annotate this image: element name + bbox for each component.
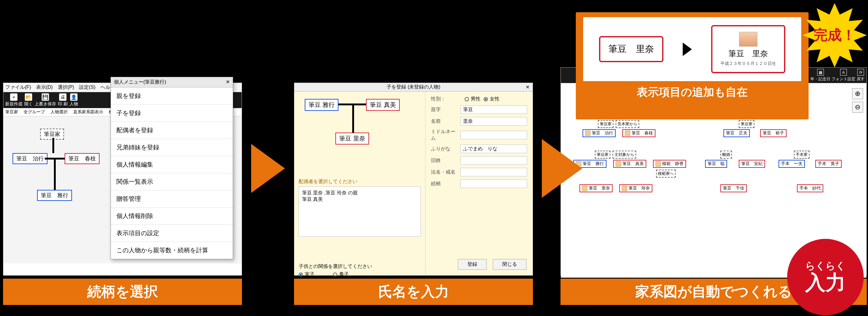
plus-icon: ＋ <box>10 93 18 101</box>
side-tag: 模範家へ <box>656 170 676 178</box>
ctx-count-kinship[interactable]: この人物から親等数・続柄を計算 <box>111 242 233 259</box>
arrow-icon <box>683 42 692 56</box>
mini-father[interactable]: 筆豆 雅行 <box>305 99 338 111</box>
ctx-gifts[interactable]: 贈答管理 <box>111 190 233 208</box>
tbtn-undo[interactable]: ⟳戻す <box>857 69 865 82</box>
spouse-list[interactable]: 筆豆 里奈 ,筆豆 玲奈 の親 筆豆 真美 <box>299 187 421 237</box>
ctx-add-spouse[interactable]: 配偶者を登録 <box>111 122 233 139</box>
famE[interactable]: 手本家 <box>794 151 809 159</box>
tbtn-anniv[interactable]: ▦年・記念日 <box>810 69 830 82</box>
sex-female[interactable]: 女性 <box>484 96 500 102</box>
inp-homyo[interactable] <box>460 168 527 177</box>
mini-mother[interactable]: 筆豆 真美 <box>366 99 400 111</box>
tab-3[interactable]: 直系家系図表示 <box>73 109 103 114</box>
avatar-icon <box>616 161 621 166</box>
person-context-menu: 個人メニュー(筆豆雅行) ✕ 親を登録 子を登録 配偶者を登録 兄弟姉妹を登録 … <box>111 77 233 259</box>
tab-0[interactable]: 筆豆家 <box>5 109 18 114</box>
avatar-icon <box>655 161 661 166</box>
E-m[interactable]: 手本 一夫 <box>779 160 805 168</box>
inp-tsuzuki[interactable] <box>460 180 527 188</box>
famD[interactable]: 離婚 <box>720 151 732 159</box>
menu-view[interactable]: 表示(D) <box>36 85 53 90</box>
lbl-given: 名前 <box>431 118 457 125</box>
spouse-opt-1[interactable]: 筆豆 真美 <box>302 196 417 203</box>
photo-icon <box>739 32 757 46</box>
side-m[interactable]: 模範 静香 <box>653 160 686 168</box>
inp-given[interactable] <box>460 117 527 126</box>
dlg-title: 子を登録 (未登録の人物) <box>386 84 440 90</box>
A-f[interactable]: 筆豆 春枝 <box>622 129 655 137</box>
calendar-icon: ▦ <box>817 69 824 76</box>
D-f[interactable]: 筆豆 安紀 <box>739 160 765 168</box>
menu-file[interactable]: ファイル(F) <box>5 85 31 90</box>
tbtn-print[interactable]: 🖨印 刷 <box>58 93 68 107</box>
lbl-old: 旧姓 <box>431 157 457 164</box>
ctx-close-icon[interactable]: ✕ <box>226 79 230 86</box>
inp-middle[interactable] <box>460 131 527 139</box>
avatar-icon <box>582 186 587 191</box>
menu-setting[interactable]: 設定(S) <box>79 85 95 90</box>
zoom-out-button[interactable]: ⊖ <box>852 102 863 113</box>
btn-register[interactable]: 登録 <box>458 259 487 270</box>
avatar-icon <box>625 130 630 136</box>
ctx-edit[interactable]: 個人情報編集 <box>111 156 233 173</box>
lbl-homyo: 法名・戒名 <box>431 169 457 176</box>
ctx-add-child[interactable]: 子を登録 <box>111 105 233 122</box>
person-icon: 👤 <box>70 93 78 101</box>
ctx-delete[interactable]: 個人情報削除 <box>111 208 233 225</box>
tab-2[interactable]: 人物選択 <box>51 109 68 114</box>
C-f[interactable]: 筆豆 裕子 <box>760 129 786 137</box>
panel-select-relation: ファイル(F) 表示(D) 選択(P) 設定(S) ヘルプ(H) ＋新規作成 📂… <box>3 83 242 276</box>
mother-node[interactable]: 筆豆 春枝 <box>65 153 99 164</box>
sex-male[interactable]: 男性 <box>465 96 480 102</box>
famB[interactable]: 筆豆家 <box>595 151 611 159</box>
dlg-close-icon[interactable]: ✕ <box>526 84 530 90</box>
undo-icon: ⟳ <box>857 69 864 76</box>
E-c[interactable]: 手本 紗代 <box>797 184 823 192</box>
ctx-relations[interactable]: 関係一覧表示 <box>111 173 233 190</box>
father-node[interactable]: 筆豆 治行 <box>12 153 48 164</box>
famA[interactable]: 筆豆家 <box>598 120 614 128</box>
B-c2[interactable]: 筆豆 玲奈 <box>619 184 652 192</box>
rel-opt-adopt[interactable]: 養子 <box>333 271 349 278</box>
avatar-icon <box>622 186 627 191</box>
print-icon: 🖨 <box>59 93 66 101</box>
lbl-sex: 性別： <box>431 96 462 102</box>
zoom-in-button[interactable]: ⊕ <box>852 88 863 99</box>
D-m[interactable]: 筆豆 聡 <box>705 160 727 168</box>
ctx-add-parent[interactable]: 親を登録 <box>111 88 233 105</box>
caption-2: 氏名を入力 <box>294 279 533 305</box>
family-node[interactable]: 筆豆家 <box>40 129 64 139</box>
save-icon: 💾 <box>42 93 49 101</box>
tab-1[interactable]: 全グループ <box>24 109 45 114</box>
folder-icon: 📂 <box>25 93 32 101</box>
child-node[interactable]: 筆豆 雅行 <box>37 190 72 201</box>
btn-close[interactable]: 閉じる <box>493 259 527 270</box>
famC[interactable]: 筆豆家 <box>739 120 754 128</box>
inp-kana[interactable] <box>460 145 527 153</box>
arrow-icon <box>542 139 582 198</box>
lbl-middle: ミドルネーム <box>431 129 457 141</box>
avatar-icon <box>585 130 590 136</box>
menu-select[interactable]: 選択(P) <box>58 85 74 90</box>
mini-child[interactable]: 筆豆 里奈 <box>335 133 369 145</box>
famB-tag: 主対象から <box>613 151 636 159</box>
B-c1[interactable]: 筆豆 里奈 <box>580 184 613 192</box>
rel-opt-real[interactable]: 実子 <box>299 271 315 278</box>
tbtn-person[interactable]: 👤人物 <box>69 93 78 107</box>
inp-surname[interactable] <box>460 105 527 114</box>
B-f[interactable]: 筆豆 真美 <box>613 160 646 168</box>
tbtn-open[interactable]: 📂開く <box>24 93 33 107</box>
ctx-add-sibling[interactable]: 兄弟姉妹を登録 <box>111 139 233 156</box>
famA-tag: 見本家から <box>616 120 639 128</box>
tbtn-font[interactable]: Aフォント設定 <box>832 69 856 82</box>
spouse-opt-0[interactable]: 筆豆 里奈 ,筆豆 玲奈 の親 <box>302 190 417 196</box>
C-m[interactable]: 筆豆 正夫 <box>723 129 750 137</box>
inp-old[interactable] <box>460 156 527 165</box>
D-c[interactable]: 筆豆 千佳 <box>720 184 747 192</box>
ctx-display-set[interactable]: 表示項目の設定 <box>111 225 233 242</box>
tbtn-save[interactable]: 💾上書き保存 <box>35 93 56 107</box>
A-m[interactable]: 筆豆 治行 <box>583 129 616 137</box>
tbtn-new[interactable]: ＋新規作成 <box>5 93 22 107</box>
E-f[interactable]: 手本 英子 <box>815 160 842 168</box>
